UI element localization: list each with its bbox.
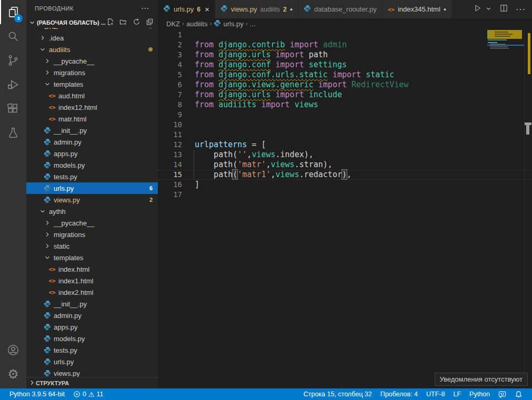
tree-item-aythh[interactable]: aythh [26,206,158,217]
close-tab-icon[interactable]: × [205,5,209,13]
tree-item-static[interactable]: static [26,240,158,252]
tree-item-tests-py[interactable]: tests.py [26,171,158,182]
problems-badge: 2 [149,197,153,203]
tree-item-urls-py[interactable]: urls.py [26,356,158,367]
tree-item-index1-html[interactable]: <>index1.html [26,275,158,286]
code-line-7[interactable]: 7from django.urls import include [158,90,532,100]
dirty-dot-icon[interactable]: ● [444,7,446,12]
workspace-section-header[interactable]: (РАБОЧАЯ ОБЛАСТЬ) ... [26,17,158,28]
code-line-15[interactable]: 15 path('matr1',views.redactor), [158,170,532,180]
cursor-position-item[interactable]: Строка 15, столбец 32 [299,388,376,400]
code-line-11[interactable]: 11 [158,130,532,140]
tree-item--idea[interactable]: .idea [26,32,158,44]
tab-index345-html[interactable]: <>index345.html● [383,0,453,18]
source-control-icon[interactable] [0,48,26,73]
explorer-icon[interactable]: 3 [0,0,26,24]
python-file-icon [43,173,52,180]
extensions-icon[interactable] [0,97,26,121]
tree-item-migrations[interactable]: migrations [26,229,158,240]
code-line-3[interactable]: 3from django.urls import path [158,50,532,60]
chevron-right-icon [43,219,52,227]
tree-item-dkz[interactable]: DKZ [26,28,158,32]
chevron-down-icon [38,46,47,53]
tree-item-aud-html[interactable]: <>aud.html [26,90,158,101]
code-line-6[interactable]: 6from django.views.generic import Redire… [158,80,532,90]
tree-item-views-py[interactable]: views.py [26,367,158,377]
tree-item-templates[interactable]: templates [26,78,158,90]
python-interpreter-item[interactable]: Python 3.9.5 64-bit [5,388,69,400]
collapse-all-icon[interactable] [146,18,154,27]
tree-item--pycache-[interactable]: __pycache__ [26,217,158,229]
breadcrumb-item[interactable]: ... [250,20,256,28]
tree-item-audiiits[interactable]: audiiits [26,44,158,55]
notifications-bell-icon[interactable] [510,388,527,400]
refresh-icon[interactable] [133,18,140,27]
problems-item[interactable]: 0 ⚠ 11 [69,388,108,400]
code-line-17[interactable]: 17 [158,190,532,200]
tree-item-models-py[interactable]: models.py [26,159,158,171]
tree-item-index12-html[interactable]: <>index12.html [26,101,158,113]
run-debug-icon[interactable] [0,73,26,97]
warning-count: 11 [97,391,104,398]
tree-item-admin-py[interactable]: admin.py [26,136,158,148]
tree-item-apps-py[interactable]: apps.py [26,321,158,333]
run-dropdown-icon[interactable] [485,5,492,14]
tree-item-templates[interactable]: templates [26,252,158,263]
tab-database-roouter-py[interactable]: database_roouter.py [298,0,383,18]
split-editor-icon[interactable] [499,4,508,15]
testing-icon[interactable] [0,121,26,145]
file-tree: DKZ.ideaaudiiits__pycache__migrationstem… [26,28,158,377]
tab-urls-py[interactable]: urls.py6× [158,0,215,18]
tree-item-admin-py[interactable]: admin.py [26,310,158,321]
breadcrumb-item[interactable]: urls.py [214,19,243,28]
tree-item-label: index12.html [58,104,97,111]
tab-problems-badge: 6 [197,6,200,13]
account-icon[interactable] [0,338,26,362]
eol-item[interactable]: LF [449,388,465,400]
tree-item-index-html[interactable]: <>index.html [26,263,158,275]
editor-more-actions-icon[interactable]: ··· [516,5,526,14]
code-line-5[interactable]: 5from django.conf.urls.static import sta… [158,70,532,80]
modified-dot [148,47,153,52]
tree-item-migrations[interactable]: migrations [26,67,158,78]
code-line-10[interactable]: 10 [158,120,532,130]
code-line-9[interactable]: 9 [158,110,532,120]
outline-section-header[interactable]: СТРУКТУРА [26,377,158,388]
tree-item--init-py[interactable]: __init__.py [26,298,158,310]
code-line-4[interactable]: 4from django.conf import settings [158,60,532,70]
code-line-14[interactable]: 14 path('matr',views.stran), [158,160,532,170]
dirty-dot-icon[interactable]: ● [290,7,293,12]
code-line-13[interactable]: 13 path('',views.index), [158,150,532,160]
tree-item--init-py[interactable]: __init__.py [26,125,158,136]
code-line-8[interactable]: 8from audiiits import views [158,100,532,110]
tree-item-urls-py[interactable]: urls.py6 [26,182,158,194]
breadcrumb-item[interactable]: audiiits [186,20,207,28]
tree-item-views-py[interactable]: views.py2 [26,194,158,206]
tree-item-tests-py[interactable]: tests.py [26,344,158,356]
encoding-item[interactable]: UTF-8 [422,388,449,400]
settings-gear-icon[interactable]: ⚙ [0,362,26,386]
tree-item-models-py[interactable]: models.py [26,333,158,344]
code-line-1[interactable]: 1 [158,30,532,40]
run-button[interactable] [473,4,482,15]
feedback-icon[interactable] [494,388,510,400]
tree-item-label: audiiits [49,46,70,54]
search-icon[interactable] [0,24,26,48]
new-folder-icon[interactable] [119,18,127,27]
code-line-2[interactable]: 2from django.contrib import admin [158,40,532,50]
html-file-icon: <> [48,289,56,296]
tree-item-matr-html[interactable]: <>matr.html [26,113,158,125]
code-editor[interactable]: 12from django.contrib import admin3from … [158,29,532,388]
html-file-icon: <> [388,5,395,13]
code-line-12[interactable]: 12urlpatterns = [ [158,140,532,150]
language-mode-item[interactable]: Python [465,388,494,400]
code-line-16[interactable]: 16] [158,180,532,190]
tree-item-apps-py[interactable]: apps.py [26,148,158,159]
sidebar-more-actions-icon[interactable]: ⋯ [141,4,149,13]
tree-item--pycache-[interactable]: __pycache__ [26,55,158,67]
breadcrumb-item[interactable]: DKZ [166,20,180,28]
indentation-item[interactable]: Пробелов: 4 [376,388,422,400]
tab-views-py[interactable]: views.pyaudiiits2● [215,0,298,18]
tree-item-index2-html[interactable]: <>index2.html [26,286,158,298]
new-file-icon[interactable] [106,18,114,27]
